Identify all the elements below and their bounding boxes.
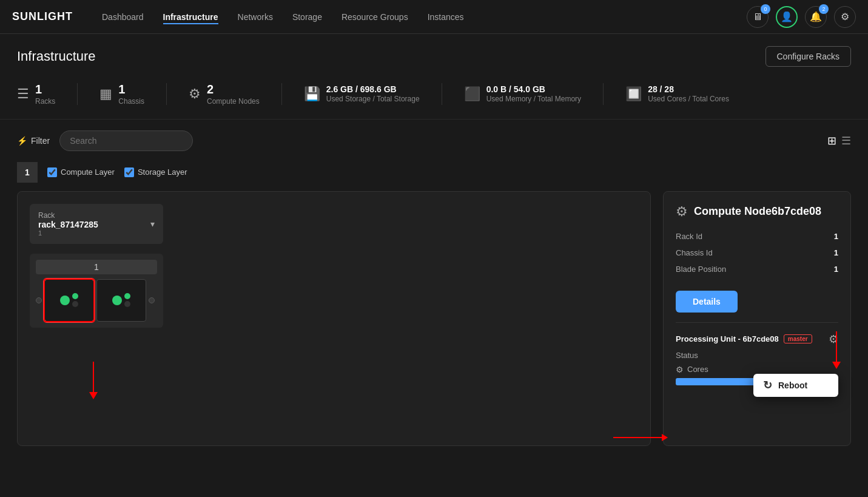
bell-badge: 2 bbox=[819, 4, 829, 14]
node-title: Compute Node6b7cde08 bbox=[694, 205, 821, 218]
reboot-label: Reboot bbox=[778, 380, 807, 390]
stat-storage: 💾 2.6 GB / 698.6 GB Used Storage / Total… bbox=[304, 84, 420, 104]
page-header: Infrastructure Configure Racks bbox=[0, 34, 868, 76]
reboot-dropdown[interactable]: ↻ Reboot bbox=[753, 374, 838, 397]
chassis-id-row: Chassis Id 1 bbox=[676, 248, 838, 257]
rack-label: Rack bbox=[38, 211, 98, 220]
settings-icon-btn[interactable]: ⚙ bbox=[834, 6, 856, 28]
stat-cores: 🔲 28 / 28 Used Cores / Total Cores bbox=[625, 84, 729, 104]
rack-id-row: Rack Id 1 bbox=[676, 232, 838, 241]
nav-networks[interactable]: Networks bbox=[238, 10, 273, 24]
storage-value: 2.6 GB / 698.6 GB bbox=[326, 84, 420, 95]
blade-pos-row: Blade Position 1 bbox=[676, 265, 838, 274]
storage-icon: 💾 bbox=[304, 86, 320, 102]
nav-infrastructure[interactable]: Infrastructure bbox=[163, 10, 218, 24]
logo: SUNLIGHT bbox=[12, 10, 73, 23]
blade-slot-1[interactable] bbox=[44, 279, 94, 322]
cores-label: Used Cores / Total Cores bbox=[648, 95, 729, 104]
filter-bar: ⚡ Filter ⊞ ☰ bbox=[0, 120, 868, 158]
bell-icon-btn[interactable]: 🔔 2 bbox=[805, 6, 827, 28]
racks-count: 1 bbox=[35, 81, 55, 97]
main-content: Rack rack_87147285 1 ▾ 1 bbox=[0, 191, 868, 446]
status-arrow-annotation bbox=[613, 434, 668, 441]
stats-row: ☰ 1 Racks ▦ 1 Chassis ⚙ 2 Compute Nodes … bbox=[0, 76, 868, 120]
blade-pos-value: 1 bbox=[834, 265, 838, 274]
filter-icon: ⚡ bbox=[17, 136, 27, 146]
section-divider bbox=[676, 322, 838, 323]
cores-value: 28 / 28 bbox=[648, 84, 729, 95]
blade2-dot1 bbox=[112, 296, 122, 305]
chassis-label: Chassis bbox=[118, 97, 144, 107]
configure-racks-button[interactable]: Configure Racks bbox=[765, 46, 852, 67]
rack-name: rack_87147285 bbox=[38, 220, 98, 229]
monitor-badge: 0 bbox=[761, 4, 770, 14]
blade1-dot3 bbox=[72, 301, 78, 307]
search-input[interactable] bbox=[59, 130, 193, 151]
nav-resource-groups[interactable]: Resource Groups bbox=[341, 10, 408, 24]
stat-chassis: ▦ 1 Chassis bbox=[99, 81, 144, 107]
blade1-dot2 bbox=[72, 293, 78, 299]
rack-id-value: 1 bbox=[834, 232, 838, 241]
pagination-row: 1 Compute Layer Storage Layer bbox=[0, 158, 868, 191]
blade2-dot3 bbox=[124, 301, 130, 307]
memory-value: 0.0 B / 54.0 GB bbox=[486, 84, 582, 95]
grid-view-button[interactable]: ⊞ bbox=[827, 134, 836, 147]
status-label: Status bbox=[676, 351, 698, 360]
nav-storage[interactable]: Storage bbox=[292, 10, 322, 24]
blade-pos-label: Blade Position bbox=[676, 265, 726, 274]
cores-label: ⚙ Cores bbox=[676, 365, 838, 374]
compute-nodes-count: 2 bbox=[207, 81, 260, 97]
chassis-id-value: 1 bbox=[834, 248, 838, 257]
reboot-icon: ↻ bbox=[763, 379, 772, 392]
compute-node-icon: ⚙ bbox=[676, 204, 688, 220]
storage-label: Used Storage / Total Storage bbox=[326, 95, 420, 104]
storage-layer-checkbox[interactable] bbox=[124, 167, 134, 177]
chassis-count: 1 bbox=[118, 81, 144, 97]
chassis-icon: ▦ bbox=[99, 86, 112, 102]
rack-id-label: Rack Id bbox=[676, 232, 702, 241]
list-view-button[interactable]: ☰ bbox=[841, 134, 851, 147]
stat-memory: ⬛ 0.0 B / 54.0 GB Used Memory / Total Me… bbox=[464, 84, 582, 104]
monitor-icon-btn[interactable]: 🖥 0 bbox=[747, 6, 769, 28]
user-icon: 👤 bbox=[781, 11, 793, 22]
blade2-dot2 bbox=[124, 293, 130, 299]
node-header: ⚙ Compute Node6b7cde08 bbox=[676, 204, 838, 220]
blade-arrow-annotation bbox=[89, 362, 98, 399]
cores-gear-icon: ⚙ bbox=[676, 365, 684, 374]
compute-layer-checkbox-label[interactable]: Compute Layer bbox=[47, 167, 115, 177]
compute-icon: ⚙ bbox=[189, 86, 201, 102]
page-title: Infrastructure bbox=[17, 49, 96, 64]
chassis-screw-left bbox=[36, 297, 42, 303]
pu-header: Processing Unit - 6b7cde08 master ⚙ bbox=[676, 333, 838, 346]
compute-nodes-label: Compute Nodes bbox=[207, 97, 260, 107]
blade-slot-2[interactable] bbox=[96, 279, 146, 322]
details-button[interactable]: Details bbox=[676, 291, 738, 313]
compute-layer-checkbox[interactable] bbox=[47, 167, 57, 177]
pu-title: Processing Unit - 6b7cde08 bbox=[676, 334, 779, 343]
right-panel: ⚙ Compute Node6b7cde08 Rack Id 1 Chassis… bbox=[663, 191, 851, 446]
status-row: Status bbox=[676, 351, 838, 360]
rack-panel: Rack rack_87147285 1 ▾ 1 bbox=[17, 191, 651, 446]
chevron-down-icon[interactable]: ▾ bbox=[150, 219, 155, 229]
blade1-dot1 bbox=[60, 296, 70, 305]
right-red-arrow bbox=[832, 331, 841, 369]
user-icon-btn[interactable]: 👤 bbox=[776, 6, 798, 28]
chassis-container: 1 bbox=[30, 254, 163, 328]
cores-icon: 🔲 bbox=[625, 86, 642, 102]
chassis-number: 1 bbox=[36, 260, 157, 274]
navbar: SUNLIGHT Dashboard Infrastructure Networ… bbox=[0, 0, 868, 34]
memory-label: Used Memory / Total Memory bbox=[486, 95, 582, 104]
storage-layer-checkbox-label[interactable]: Storage Layer bbox=[124, 167, 187, 177]
page-1-button[interactable]: 1 bbox=[17, 162, 38, 183]
stat-compute-nodes: ⚙ 2 Compute Nodes bbox=[189, 81, 260, 107]
master-badge: master bbox=[784, 334, 812, 343]
rack-header[interactable]: Rack rack_87147285 1 ▾ bbox=[30, 204, 163, 244]
memory-icon: ⬛ bbox=[464, 86, 480, 102]
view-toggle: ⊞ ☰ bbox=[827, 134, 851, 147]
nav-instances[interactable]: Instances bbox=[428, 10, 464, 24]
racks-label: Racks bbox=[35, 97, 55, 107]
nav-dashboard[interactable]: Dashboard bbox=[102, 10, 144, 24]
filter-button[interactable]: ⚡ Filter bbox=[17, 136, 50, 146]
stat-racks: ☰ 1 Racks bbox=[17, 81, 55, 107]
nav-right-icons: 🖥 0 👤 🔔 2 ⚙ bbox=[747, 6, 856, 28]
